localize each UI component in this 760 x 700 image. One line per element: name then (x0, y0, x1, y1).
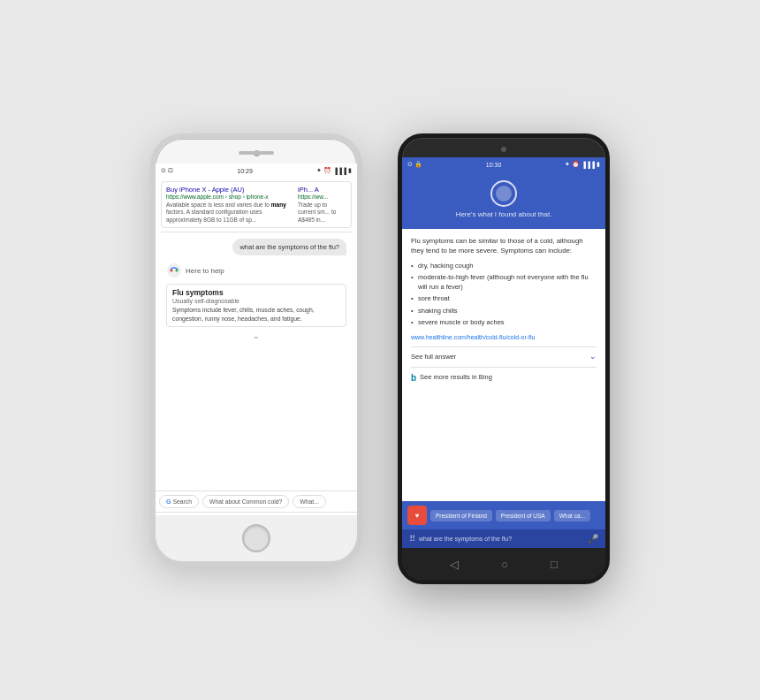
assistant-label: Here to help (186, 267, 224, 275)
cortana-screen: ⊙ 🔒 10:30 ✦ ⏰ ▐▐▐ ▮ Here's what I found … (402, 157, 605, 548)
status-bar-dark: ⊙ 🔒 10:30 ✦ ⏰ ▐▐▐ ▮ (402, 157, 605, 171)
suggestion-chips: G Search What about Common cold? What... (156, 491, 357, 512)
card-title-1: Buy iPhone X - Apple (AU) (166, 186, 294, 194)
iphone-screen: ⊙ ⊡ 10:29 ✦ ⏰ ▐▐▐ ▮ Buy iPhone X - Apple… (156, 164, 357, 515)
status-right-icons: ✦ ⏰ ▐▐▐ ▮ (316, 167, 352, 174)
status-time: 10:29 (237, 168, 253, 174)
see-full-answer[interactable]: See full answer ⌄ (411, 346, 597, 367)
flu-subtitle: Usually self-diagnosable (172, 298, 340, 304)
svg-point-2 (176, 270, 179, 272)
card-side-1: iPh... A https://ww... Trade up to curre… (298, 186, 346, 224)
alarm-icon: ⏰ (323, 167, 331, 174)
cortana-tagline: Here's what I found about that. (456, 210, 552, 218)
notch-area (156, 139, 357, 164)
flu-intro: Flu symptoms can be similar to those of … (411, 236, 597, 256)
signal-icon-dark: ▐▐▐ (581, 162, 595, 168)
bing-more-results[interactable]: b See more results in Bing (411, 367, 597, 388)
bing-logo: b (411, 371, 416, 384)
chip-finland[interactable]: President of Finland (430, 510, 492, 521)
recents-button[interactable]: □ (551, 558, 558, 571)
status-bar-white: ⊙ ⊡ 10:29 ✦ ⏰ ▐▐▐ ▮ (156, 164, 357, 178)
expand-icon[interactable]: ⌄ (161, 329, 352, 343)
symptom-5: severe muscle or body aches (411, 318, 597, 328)
google-g-icon: G (166, 498, 171, 505)
cortana-header: Here's what I found about that. (402, 171, 605, 229)
android-nav-bar: ◁ ○ □ (402, 548, 605, 580)
heart-icon: ♥ (407, 506, 427, 525)
battery-icon: ▮ (348, 167, 352, 174)
search-results-area: Buy iPhone X - Apple (AU) https://www.ap… (156, 178, 357, 491)
divider-1 (161, 232, 352, 232)
apps-grid-icon[interactable]: ⠿ (409, 534, 415, 544)
cortana-content: Flu symptoms can be similar to those of … (402, 229, 605, 501)
svg-point-1 (171, 270, 173, 272)
screenshot-icon: ⊡ (168, 167, 173, 174)
cortana-input-row: ⠿ what are the symptoms of the flu? 🎤 (402, 529, 605, 548)
speaker-dot (239, 151, 274, 155)
google-assistant-logo (166, 262, 182, 278)
svg-point-0 (168, 264, 181, 278)
card-url-side: https://ww... (298, 194, 346, 200)
spotify-icon-dark: ⊙ (407, 161, 413, 168)
card-desc-side: Trade up to current sm... to A$485 in... (298, 202, 346, 224)
symptom-1: dry, hacking cough (411, 262, 597, 271)
spotify-icon: ⊙ (161, 167, 166, 174)
assistant-row: Here to help (161, 259, 352, 282)
chevron-down-icon: ⌄ (589, 351, 597, 363)
bluetooth-icon: ✦ (316, 167, 322, 174)
back-button[interactable]: ◁ (450, 558, 459, 571)
status-left-icons: ⊙ ⊡ (161, 167, 173, 174)
symptom-4: shaking chills (411, 307, 597, 316)
microphone-icon-cortana[interactable]: 🎤 (588, 534, 598, 544)
cortana-inner (496, 186, 512, 202)
message-input-row: Type a message 🎤 (156, 512, 357, 515)
android-screen: ⊙ 🔒 10:30 ✦ ⏰ ▐▐▐ ▮ Here's what I found … (402, 157, 605, 548)
alarm-icon-dark: ⏰ (572, 161, 580, 168)
status-left-dark: ⊙ 🔒 (407, 161, 422, 168)
source-link[interactable]: www.healthline.com/health/cold-flu/cold-… (411, 333, 597, 343)
symptom-2: moderate-to-high fever (although not eve… (411, 273, 597, 292)
chip-other[interactable]: What... (293, 495, 326, 508)
chip-search[interactable]: G Search (159, 495, 199, 508)
flu-title: Flu symptoms (172, 288, 340, 297)
camera-dot-dark (501, 147, 506, 152)
card-url-1: https://www.apple.com › shop › iphone-x (166, 194, 294, 200)
symptoms-list: dry, hacking cough moderate-to-high feve… (411, 262, 597, 328)
card-main: Buy iPhone X - Apple (AU) https://www.ap… (166, 186, 294, 224)
flu-card: Flu symptoms Usually self-diagnosable Sy… (166, 284, 346, 327)
lock-icon: 🔒 (414, 161, 422, 168)
card-title-side: iPh... A (298, 186, 346, 194)
status-time-dark: 10:30 (486, 162, 502, 168)
battery-icon-dark: ▮ (597, 161, 600, 168)
home-area (156, 515, 357, 561)
search-result-card-1[interactable]: Buy iPhone X - Apple (AU) https://www.ap… (161, 181, 352, 228)
symptom-3: sore throat (411, 294, 597, 304)
user-query-bubble: what are the symptoms of the flu? (232, 239, 346, 255)
signal-icon: ▐▐▐ (333, 168, 346, 174)
chip-common-cold[interactable]: What about Common cold? (202, 495, 289, 508)
chip-usa[interactable]: President of USA (496, 510, 551, 521)
cortana-bottom-bar: ♥ President of Finland President of USA … (402, 501, 605, 548)
cortana-chips-row: ♥ President of Finland President of USA … (402, 501, 605, 529)
bluetooth-icon-dark: ✦ (565, 161, 570, 168)
cortana-logo-circle (490, 180, 517, 207)
card-desc-1: Available space is less and varies due t… (166, 202, 294, 224)
home-button[interactable] (242, 524, 270, 552)
home-button-android[interactable]: ○ (501, 558, 508, 571)
iphone-white: ⊙ ⊡ 10:29 ✦ ⏰ ▐▐▐ ▮ Buy iPhone X - Apple… (150, 133, 362, 567)
status-right-dark: ✦ ⏰ ▐▐▐ ▮ (565, 161, 600, 168)
top-bar (402, 138, 605, 157)
flu-description: Symptoms include fever, chills, muscle a… (172, 306, 340, 323)
chip-what[interactable]: What ca... (554, 510, 590, 521)
google-assistant-screen: Buy iPhone X - Apple (AU) https://www.ap… (156, 178, 357, 515)
cortana-input[interactable]: what are the symptoms of the flu? (419, 536, 584, 542)
android-dark-phone: ⊙ 🔒 10:30 ✦ ⏰ ▐▐▐ ▮ Here's what I found … (398, 133, 610, 584)
